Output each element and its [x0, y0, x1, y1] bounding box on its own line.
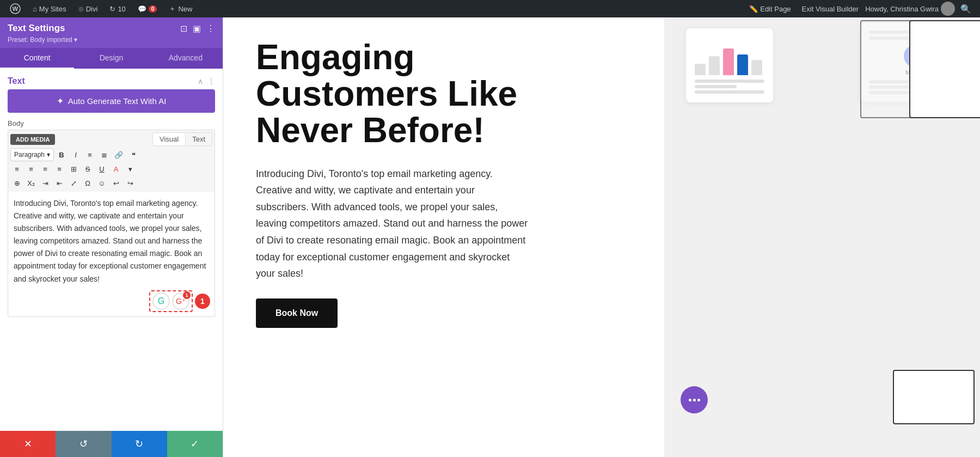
chart-bar-2: [709, 56, 720, 75]
ordered-list-button[interactable]: ≣: [97, 148, 111, 161]
redo-button[interactable]: ↻: [112, 431, 167, 457]
editor-toolbar: ADD MEDIA Visual Text Paragraph ▾ B I: [8, 130, 215, 192]
panel-header-top: Text Settings ⊡ ▣ ⋮: [8, 23, 215, 34]
emoji-button[interactable]: ☺: [95, 176, 108, 190]
ai-grammar-button[interactable]: G⁺ 1: [172, 293, 189, 310]
save-button[interactable]: ✓: [167, 431, 223, 457]
howdy-text: Howdy, Christina Gwira: [865, 5, 939, 13]
three-dots-icon: [689, 399, 700, 401]
body-label: Body: [8, 119, 215, 127]
page-preview: Engaging Customers Like Never Before! In…: [223, 17, 980, 457]
link-button[interactable]: 🔗: [112, 148, 126, 161]
outdent-button[interactable]: ⇤: [53, 176, 66, 190]
plus-icon: ＋: [169, 4, 176, 14]
admin-bar-new[interactable]: ＋ New: [164, 0, 197, 17]
cancel-button[interactable]: ✕: [0, 431, 56, 457]
table-button[interactable]: ⊞: [67, 162, 80, 175]
chart-line-2: [695, 85, 737, 88]
search-icon[interactable]: 🔍: [957, 4, 975, 14]
color-button[interactable]: A: [109, 162, 122, 175]
unordered-list-button[interactable]: ≡: [83, 148, 96, 161]
section-controls: ∧ ⋮: [198, 77, 215, 86]
book-now-button[interactable]: Book Now: [256, 298, 338, 328]
reset-button[interactable]: ↺: [56, 431, 111, 457]
outline-card-left: [860, 20, 915, 118]
redo-toolbar-button[interactable]: ↪: [124, 176, 137, 190]
admin-bar: W ⌂ My Sites ◎ Divi ↻ 10 💬 0 ＋ New ✏️ Ed…: [0, 0, 980, 17]
chart-line-1: [695, 80, 764, 83]
strikethrough-button[interactable]: S: [81, 162, 94, 175]
notification-badge: 1: [195, 294, 210, 309]
purple-action-dot[interactable]: [681, 386, 708, 413]
grammar-tools: G G⁺ 1 1: [149, 290, 210, 312]
toolbar-top-row: ADD MEDIA Visual Text: [10, 132, 212, 146]
panel-preset[interactable]: Preset: Body imported ▾: [8, 36, 215, 44]
layout-icon[interactable]: ▣: [193, 23, 201, 34]
subscript-button[interactable]: X₂: [24, 176, 38, 190]
tab-visual[interactable]: Visual: [153, 133, 186, 145]
more-icon[interactable]: ⋮: [206, 23, 215, 34]
paste-button[interactable]: ⊕: [10, 176, 23, 190]
align-justify-button[interactable]: ≡: [53, 162, 66, 175]
fullscreen-editor-button[interactable]: ⤢: [67, 176, 80, 190]
admin-bar-my-sites[interactable]: ⌂ My Sites: [28, 0, 71, 17]
admin-bar-wp-logo[interactable]: W: [5, 0, 25, 17]
collapse-icon[interactable]: ∧: [198, 77, 203, 86]
special-char-button[interactable]: Ω: [81, 176, 94, 190]
tab-advanced[interactable]: Advanced: [149, 48, 223, 69]
section-header: Text ∧ ⋮: [8, 76, 215, 86]
tab-text[interactable]: Text: [186, 133, 212, 145]
visual-text-tabs: Visual Text: [152, 132, 212, 146]
section-title: Text: [8, 76, 25, 86]
chart-line-3: [695, 90, 764, 94]
undo-button[interactable]: ↩: [109, 176, 122, 190]
blockquote-button[interactable]: ❝: [127, 148, 140, 161]
italic-button[interactable]: I: [69, 148, 82, 161]
panel-tabs: Content Design Advanced: [0, 48, 223, 69]
svg-text:W: W: [13, 5, 19, 12]
align-center-button[interactable]: ≡: [24, 162, 38, 175]
ai-generate-button[interactable]: ✦ Auto Generate Text With AI: [8, 89, 215, 113]
expand-button[interactable]: ▾: [124, 162, 137, 175]
paragraph-dropdown[interactable]: Paragraph ▾: [10, 148, 54, 161]
editor-area[interactable]: Introducing Divi, Toronto's top email ma…: [8, 192, 215, 317]
body-editor: Body ADD MEDIA Visual Text Paragraph ▾: [8, 119, 215, 317]
admin-bar-comment-badge[interactable]: 💬 0: [133, 0, 162, 17]
tab-design[interactable]: Design: [74, 48, 148, 69]
panel-actions: ✕ ↺ ↻ ✓: [0, 431, 223, 457]
tab-content[interactable]: Content: [0, 48, 74, 69]
chart-bar-4: [737, 54, 748, 76]
user-avatar[interactable]: [941, 2, 955, 16]
edit-page-button[interactable]: ✏️ Edit Page: [745, 5, 795, 13]
add-media-button[interactable]: ADD MEDIA: [10, 134, 55, 145]
align-left-button[interactable]: ≡: [10, 162, 23, 175]
panel-content: Text ∧ ⋮ ✦ Auto Generate Text With AI Bo…: [0, 69, 223, 431]
admin-bar-comments[interactable]: ↻ 10: [105, 0, 130, 17]
indent-button[interactable]: ⇥: [39, 176, 52, 190]
panel-header-icons: ⊡ ▣ ⋮: [180, 23, 215, 34]
bottom-right-card: [893, 370, 975, 424]
underline-button[interactable]: U: [95, 162, 108, 175]
editor-text[interactable]: Introducing Divi, Toronto's top email ma…: [14, 197, 209, 285]
panel-title: Text Settings: [8, 23, 65, 34]
admin-bar-divi[interactable]: ◎ Divi: [74, 0, 102, 17]
bold-button[interactable]: B: [55, 148, 68, 161]
grammar-box: G G⁺ 1: [149, 290, 193, 312]
panel-header: Text Settings ⊡ ▣ ⋮ Preset: Body importe…: [0, 17, 223, 48]
exit-visual-builder-button[interactable]: Exit Visual Builder: [798, 5, 863, 13]
comment-icon: 💬: [138, 5, 146, 13]
align-right-button[interactable]: ≡: [39, 162, 52, 175]
section-more-icon[interactable]: ⋮: [207, 77, 215, 86]
chevron-down-icon: ▾: [47, 151, 50, 159]
chart-bars: [695, 37, 764, 75]
refresh-icon: ↻: [109, 5, 115, 13]
divi-icon: ◎: [78, 5, 84, 13]
toolbar-row-3: ⊕ X₂ ⇥ ⇤ ⤢ Ω ☺ ↩ ↪: [10, 176, 212, 190]
chart-bar-1: [695, 64, 706, 75]
fullscreen-icon[interactable]: ⊡: [180, 23, 187, 34]
ai-icon: ✦: [57, 96, 64, 106]
chart-card: [686, 28, 773, 102]
chart-lines: [695, 80, 764, 94]
left-panel: Text Settings ⊡ ▣ ⋮ Preset: Body importe…: [0, 17, 223, 457]
grammarly-button[interactable]: G: [152, 293, 170, 310]
